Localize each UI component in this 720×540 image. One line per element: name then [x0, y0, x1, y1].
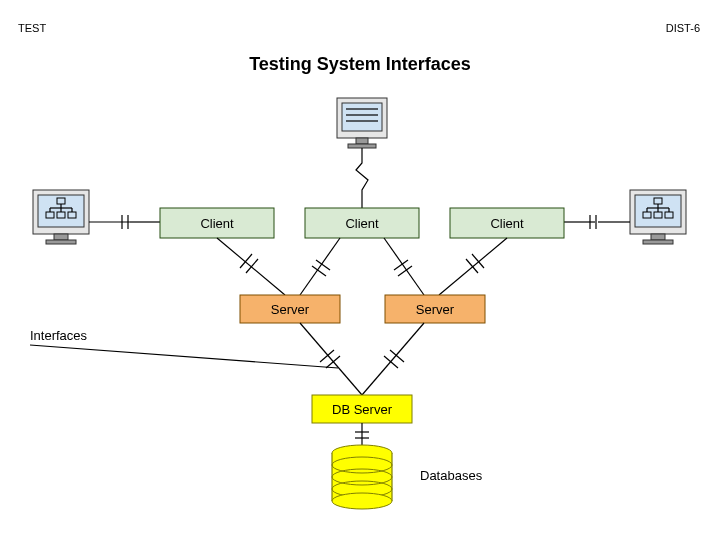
svg-rect-18 — [54, 234, 68, 240]
diagram-canvas: Client Client Client Server Server Inter… — [0, 0, 720, 540]
top-terminal-icon — [337, 98, 387, 148]
svg-text:Client: Client — [345, 216, 379, 231]
svg-rect-19 — [46, 240, 76, 244]
database-icon — [332, 445, 392, 509]
server-box-right: Server — [385, 295, 485, 323]
svg-rect-6 — [348, 144, 376, 148]
svg-rect-1 — [342, 103, 382, 131]
server-box-left: Server — [240, 295, 340, 323]
svg-rect-5 — [356, 138, 368, 144]
interfaces-label: Interfaces — [30, 328, 88, 343]
svg-text:DB Server: DB Server — [332, 402, 393, 417]
svg-text:Client: Client — [490, 216, 524, 231]
svg-line-63 — [300, 323, 362, 395]
svg-rect-36 — [643, 240, 673, 244]
svg-text:Server: Server — [416, 302, 455, 317]
svg-line-66 — [362, 323, 424, 395]
db-server-box: DB Server — [312, 395, 412, 423]
svg-point-82 — [332, 493, 392, 509]
databases-label: Databases — [420, 468, 483, 483]
svg-rect-35 — [651, 234, 665, 240]
svg-line-53 — [384, 238, 424, 295]
client-box-right: Client — [450, 208, 564, 238]
client-box-left: Client — [160, 208, 274, 238]
svg-text:Client: Client — [200, 216, 234, 231]
svg-line-69 — [30, 345, 338, 368]
svg-line-50 — [300, 238, 340, 295]
svg-text:Server: Server — [271, 302, 310, 317]
right-terminal-icon — [630, 190, 686, 244]
client-box-center: Client — [305, 208, 419, 238]
left-terminal-icon — [33, 190, 89, 244]
